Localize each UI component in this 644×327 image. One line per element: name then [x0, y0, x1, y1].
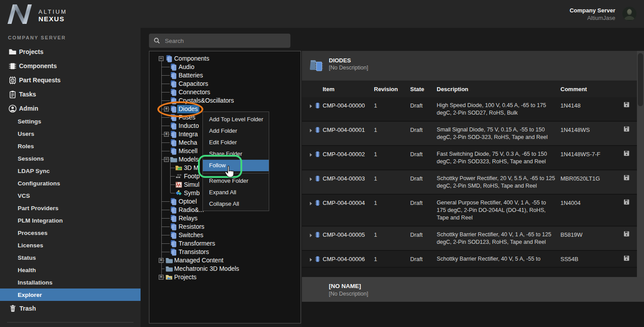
sidebar-item-tasks[interactable]: Tasks — [0, 87, 141, 101]
table-row-cmp-004-00001[interactable]: CMP-004-000011DraftSmall Signal Diode, 7… — [302, 122, 644, 146]
row-expand-triangle-icon[interactable] — [310, 202, 312, 205]
column-header-state[interactable]: State — [410, 86, 424, 92]
save-icon[interactable] — [623, 231, 630, 238]
menu-item-add-top-level-folder[interactable]: Add Top Level Folder — [203, 114, 269, 125]
search-input[interactable] — [164, 34, 288, 48]
sidebar-item-vcs[interactable]: VCS — [0, 189, 141, 202]
user-name[interactable]: AltiumJase — [522, 15, 615, 21]
column-header-description[interactable]: Description — [437, 86, 469, 92]
sidebar-item-health[interactable]: Health — [0, 264, 141, 276]
menu-item-edit-folder[interactable]: Edit Folder — [203, 137, 269, 148]
collapse-minus-icon[interactable]: − — [164, 157, 169, 162]
annotation-rect-follow — [198, 155, 242, 178]
components-lib-icon — [170, 122, 177, 130]
cell-description: Schottky Power Rectifier, 20 V, 5.5 A, -… — [437, 170, 555, 195]
sidebar-item-trash[interactable]: Trash — [0, 302, 141, 315]
sidebar-item-status[interactable]: Status — [0, 251, 141, 264]
expand-plus-icon[interactable]: + — [159, 275, 164, 280]
component-icon — [314, 102, 321, 109]
row-expand-triangle-icon[interactable] — [310, 234, 312, 237]
brand-nexus: NEXUS — [38, 15, 65, 23]
tree-item-label: Optoel — [177, 197, 198, 206]
trash-icon — [8, 304, 17, 313]
expand-plus-icon[interactable]: + — [159, 258, 164, 263]
user-avatar[interactable] — [622, 7, 636, 21]
components-lib-icon — [170, 88, 177, 96]
table-rows: CMP-004-000001DraftHigh Speed Diode, 100… — [302, 97, 644, 268]
components-lib-icon — [170, 147, 177, 155]
sidebar-item-components[interactable]: Components — [0, 59, 141, 73]
collapse-minus-icon[interactable]: − — [159, 56, 164, 61]
sidebar-item-explorer[interactable]: Explorer — [0, 289, 141, 301]
sidebar-item-installations[interactable]: Installations — [0, 276, 141, 289]
cell-revision: 1 — [374, 231, 377, 238]
table-row-cmp-004-00006[interactable]: CMP-004-000061DraftSchottky Barrier Rect… — [302, 251, 644, 268]
table-row-cmp-004-00002[interactable]: CMP-004-000021DraftFast Switching Diode,… — [302, 146, 644, 170]
sidebar-item-processes[interactable]: Processes — [0, 227, 141, 239]
tree-item-mechatronic-3d-models[interactable]: Mechatronic 3D Models — [149, 265, 301, 273]
row-expand-triangle-icon[interactable] — [310, 153, 312, 157]
tree-item-label: Mecha — [177, 138, 198, 147]
sidebar-item-part-requests[interactable]: Part Requests — [0, 73, 141, 87]
column-header-item[interactable]: Item — [323, 86, 335, 92]
save-icon[interactable] — [623, 255, 630, 262]
column-header-revision[interactable]: Revision — [374, 86, 398, 92]
table-row-cmp-004-00005[interactable]: CMP-004-000051DraftSchottky Barrier Rect… — [302, 227, 644, 251]
scrollbar-thumb[interactable] — [638, 53, 643, 106]
menu-item-expand-all[interactable]: Expand All — [203, 187, 269, 198]
sidebar-item-licenses[interactable]: Licenses — [0, 239, 141, 251]
cell-item: CMP-004-00003 — [323, 175, 365, 182]
row-expand-triangle-icon[interactable] — [310, 258, 312, 262]
sidebar-item-admin[interactable]: Admin — [0, 101, 141, 115]
component-icon — [314, 127, 321, 133]
components-lib-icon — [170, 72, 177, 79]
expand-plus-icon[interactable]: + — [164, 132, 169, 137]
tree-item-label: Transformers — [177, 239, 217, 248]
menu-item-add-folder[interactable]: Add Folder — [203, 125, 269, 137]
sidebar-item-trash-row[interactable]: Trash — [0, 302, 141, 315]
sidebar-main-items: Projects Components Part Requests Tasks … — [0, 45, 141, 115]
sidebar-item-users[interactable]: Users — [0, 127, 141, 140]
save-icon[interactable] — [623, 174, 630, 181]
cell-revision: 1 — [374, 200, 377, 206]
row-expand-triangle-icon[interactable] — [310, 177, 312, 181]
cell-comment: 1N4004 — [560, 200, 581, 206]
table-row-cmp-004-00003[interactable]: CMP-004-000031DraftSchottky Power Rectif… — [302, 170, 644, 195]
save-icon[interactable] — [623, 199, 630, 206]
sidebar-item-configurations[interactable]: Configurations — [0, 177, 141, 189]
sidebar-item-settings[interactable]: Settings — [0, 115, 141, 127]
menu-item-collapse-all[interactable]: Collapse All — [203, 198, 269, 210]
tree-item-resistors[interactable]: Resistors — [149, 223, 301, 231]
table-row-cmp-004-00004[interactable]: CMP-004-000041DraftGeneral Purpose Recti… — [302, 195, 644, 227]
tree-item-switches[interactable]: Switches — [149, 231, 301, 239]
tree-item-label: Simul — [183, 181, 201, 189]
tree-item-audio[interactable]: Audio — [149, 63, 301, 71]
sidebar-item-roles[interactable]: Roles — [0, 140, 141, 152]
column-header-comment[interactable]: Comment — [560, 86, 587, 92]
components-lib-icon — [170, 63, 177, 71]
tree-item-relays[interactable]: Relays — [149, 214, 301, 223]
sidebar-item-projects[interactable]: Projects — [0, 45, 141, 59]
table-row-cmp-004-00000[interactable]: CMP-004-000001DraftHigh Speed Diode, 100… — [302, 97, 644, 122]
sidebar-item-part-providers[interactable]: Part Providers — [0, 202, 141, 214]
row-expand-triangle-icon[interactable] — [310, 104, 312, 108]
tree-item-managed-content[interactable]: + Managed Content — [149, 256, 301, 265]
tree-item-projects[interactable]: + Projects — [149, 273, 301, 281]
sidebar-item-sessions[interactable]: Sessions — [0, 152, 141, 165]
sidebar-item-ldap-sync[interactable]: LDAP Sync — [0, 165, 141, 177]
cell-comment: MBR0520LT1G — [560, 175, 600, 182]
save-icon[interactable] — [623, 101, 630, 108]
tree-item-components[interactable]: − Components — [149, 54, 301, 63]
component-icon — [314, 175, 321, 182]
sidebar-item-plm-integration[interactable]: PLM Integration — [0, 214, 141, 227]
chip-gear-icon — [8, 76, 17, 85]
tree-item-connectors[interactable]: Connectors — [149, 88, 301, 96]
tree-item-transformers[interactable]: Transformers — [149, 239, 301, 248]
tree-item-transistors[interactable]: Transistors — [149, 248, 301, 256]
save-icon[interactable] — [623, 126, 630, 133]
row-expand-triangle-icon[interactable] — [310, 129, 312, 132]
tree-item-capacitors[interactable]: Capacitors — [149, 80, 301, 88]
vertical-scrollbar[interactable] — [637, 51, 644, 277]
tree-item-batteries[interactable]: Batteries — [149, 71, 301, 80]
save-icon[interactable] — [623, 150, 630, 157]
